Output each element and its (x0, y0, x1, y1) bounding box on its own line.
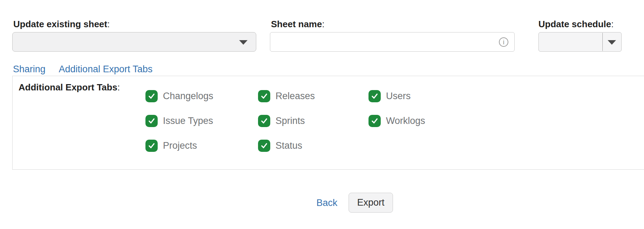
checked-checkbox-icon (258, 90, 270, 102)
checkbox-label: Issue Types (163, 116, 213, 126)
update-existing-sheet-select[interactable] (12, 32, 256, 52)
chevron-down-icon (239, 40, 248, 45)
checkbox-status[interactable]: Status (258, 140, 368, 152)
sheet-name-input[interactable] (270, 32, 514, 51)
checked-checkbox-icon (258, 115, 270, 127)
checkbox-label: Status (276, 140, 302, 151)
checkbox-changelogs[interactable]: Changelogs (145, 90, 258, 102)
back-link[interactable]: Back (316, 198, 337, 208)
checked-checkbox-icon (145, 115, 158, 127)
tab-bar: Sharing Additional Export Tabs (13, 64, 152, 75)
checked-checkbox-icon (368, 115, 381, 127)
checkbox-grid: Changelogs Releases Users Issue Types Sp (145, 90, 425, 152)
checkbox-sprints[interactable]: Sprints (258, 115, 368, 127)
checkbox-projects[interactable]: Projects (145, 140, 258, 152)
tab-sharing[interactable]: Sharing (13, 64, 45, 75)
additional-export-tabs-panel-label: Additional Export Tabs: (19, 82, 120, 93)
checked-checkbox-icon (258, 140, 270, 152)
info-icon[interactable]: i (499, 37, 508, 47)
checkbox-releases[interactable]: Releases (258, 90, 368, 102)
checkbox-users[interactable]: Users (368, 90, 425, 102)
sheet-name-field-wrap: i (270, 32, 515, 52)
checkbox-label: Users (386, 91, 411, 102)
update-schedule-select[interactable] (538, 32, 622, 52)
checkbox-issue-types[interactable]: Issue Types (145, 115, 258, 127)
checkbox-label: Changelogs (163, 91, 213, 102)
checked-checkbox-icon (368, 90, 381, 102)
checked-checkbox-icon (145, 140, 158, 152)
checkbox-worklogs[interactable]: Worklogs (368, 115, 425, 127)
update-existing-sheet-label: Update existing sheet: (13, 19, 110, 30)
checkbox-label: Sprints (276, 116, 305, 126)
combo-divider (602, 33, 603, 51)
update-schedule-label: Update schedule: (538, 19, 614, 30)
checkbox-label: Releases (276, 91, 315, 102)
additional-export-tabs-panel: Additional Export Tabs: Changelogs Relea… (12, 76, 644, 170)
chevron-down-icon (608, 40, 616, 45)
checked-checkbox-icon (145, 90, 158, 102)
sheet-name-label: Sheet name: (271, 19, 324, 30)
tab-additional-export-tabs[interactable]: Additional Export Tabs (59, 64, 152, 75)
checkbox-label: Projects (163, 140, 197, 151)
export-button[interactable]: Export (349, 193, 393, 213)
checkbox-label: Worklogs (386, 116, 425, 126)
